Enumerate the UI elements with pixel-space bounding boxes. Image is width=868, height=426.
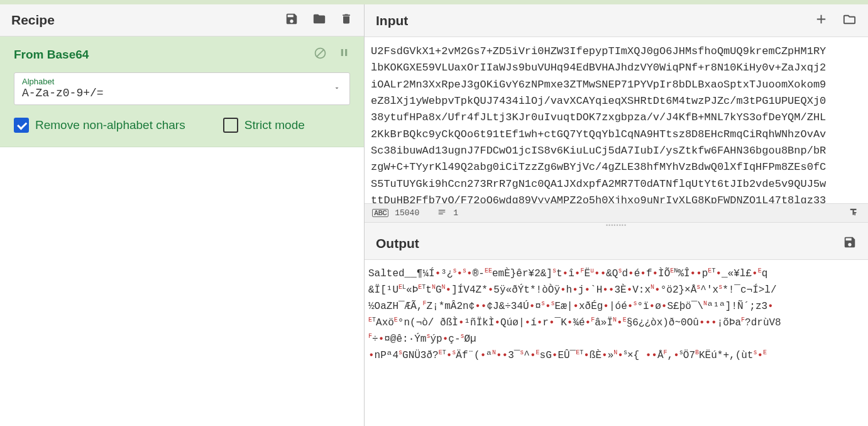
checkbox-unchecked-icon bbox=[223, 118, 238, 133]
strict-label: Strict mode bbox=[244, 118, 305, 132]
input-textarea[interactable]: U2FsdGVkX1+2vM2Gs7+ZD5iVri0HZW3IfepypTIm… bbox=[365, 37, 868, 203]
line-count: 1 bbox=[453, 208, 458, 218]
input-title: Input bbox=[376, 13, 408, 28]
resize-grip[interactable]: •••••••• bbox=[365, 223, 868, 228]
input-status-bar: ABC 15040 1 bbox=[365, 203, 868, 223]
operation-from-base64: From Base64 Alphabet A-Za-z0-9+/= bbox=[0, 36, 364, 147]
remove-label: Remove non-alphabet chars bbox=[35, 118, 185, 132]
alphabet-dropdown[interactable]: Alphabet A-Za-z0-9+/= bbox=[14, 72, 350, 105]
recipe-body: From Base64 Alphabet A-Za-z0-9+/= bbox=[0, 36, 364, 426]
operation-title: From Base64 bbox=[14, 48, 89, 62]
clear-recipe-button[interactable] bbox=[340, 12, 353, 28]
text-options-button[interactable] bbox=[847, 206, 860, 220]
open-file-button[interactable] bbox=[842, 12, 857, 29]
strict-mode-checkbox[interactable]: Strict mode bbox=[223, 118, 305, 133]
abc-icon: ABC bbox=[372, 209, 388, 217]
pause-operation-button[interactable] bbox=[338, 47, 350, 62]
recipe-header: Recipe bbox=[0, 4, 364, 36]
char-count: 15040 bbox=[395, 208, 419, 218]
save-output-button[interactable] bbox=[843, 235, 857, 252]
checkbox-checked-icon bbox=[14, 118, 29, 133]
chevron-down-icon bbox=[333, 83, 341, 94]
disable-operation-button[interactable] bbox=[314, 47, 327, 62]
load-recipe-button[interactable] bbox=[312, 12, 326, 28]
output-title: Output bbox=[376, 236, 419, 251]
save-recipe-button[interactable] bbox=[285, 12, 299, 28]
output-textarea[interactable]: Salted__¶¼Í•³¿s•s•®-EEemÈ}êr¥2&]st•î•FËu… bbox=[365, 260, 868, 426]
input-header: Input bbox=[365, 4, 868, 37]
recipe-panel: Recipe From Base64 bbox=[0, 4, 365, 426]
add-input-tab-button[interactable] bbox=[814, 12, 828, 29]
top-accent-bar bbox=[0, 0, 868, 4]
recipe-title: Recipe bbox=[11, 13, 55, 28]
remove-nonalphabet-checkbox[interactable]: Remove non-alphabet chars bbox=[14, 118, 185, 133]
lines-icon bbox=[437, 208, 447, 218]
output-header: Output bbox=[365, 228, 868, 260]
alphabet-label: Alphabet bbox=[22, 77, 342, 86]
alphabet-value: A-Za-z0-9+/= bbox=[22, 87, 342, 99]
